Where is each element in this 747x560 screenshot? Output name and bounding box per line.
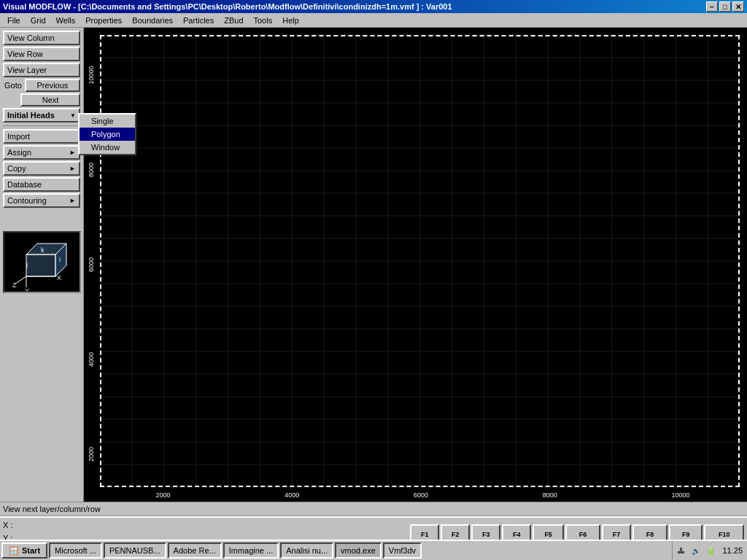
canvas-area[interactable]: // Will be drawn programmatically 10000 …: [84, 28, 747, 502]
initial-heads-button[interactable]: Initial Heads ▼: [3, 108, 80, 122]
ctx-polygon[interactable]: Polygon: [80, 128, 135, 141]
goto-label: Goto: [3, 79, 23, 91]
context-menu: Single Polygon Window: [78, 113, 136, 155]
left-panel: View Column View Row View Layer Goto Pre…: [0, 28, 84, 502]
previous-button[interactable]: Previous: [25, 79, 80, 92]
menu-particles[interactable]: Particles: [179, 15, 218, 26]
x-coord-label: X :: [3, 519, 407, 532]
border-rect: [100, 35, 740, 487]
menu-bar: File Grid Wells Properties Boundaries Pa…: [0, 13, 747, 28]
menu-zbud[interactable]: ZBud: [220, 15, 247, 26]
initial-heads-row: Initial Heads ▼: [3, 108, 80, 122]
svg-text:Z: Z: [12, 281, 17, 289]
title-bar-buttons: − □ ✕: [706, 1, 744, 12]
main-layout: View Column View Row View Layer Goto Pre…: [0, 28, 747, 502]
menu-file[interactable]: File: [3, 15, 25, 26]
menu-help[interactable]: Help: [278, 15, 303, 26]
x-label-4000: 4000: [285, 491, 299, 499]
status-text: View next layer/column/row: [3, 505, 101, 513]
network-icon: 🖧: [676, 545, 687, 556]
svg-text:Y: Y: [25, 287, 29, 291]
svg-text:j: j: [26, 261, 28, 268]
y-label-2000: 2000: [88, 447, 95, 462]
taskbar-item-pennausb[interactable]: PENNAUSB...: [104, 542, 166, 559]
svg-line-3: [15, 276, 26, 284]
y-label-8000: 8000: [88, 163, 95, 177]
separator-1: [3, 125, 80, 126]
x-label-8000: 8000: [543, 491, 557, 499]
taskbar-item-vmf3dv[interactable]: Vmf3dv: [383, 542, 422, 559]
menu-properties[interactable]: Properties: [81, 15, 126, 26]
svg-text:k: k: [41, 246, 44, 254]
view-column-button[interactable]: View Column: [3, 31, 80, 45]
y-axis: 10000 8000 6000 4000 2000: [84, 28, 98, 502]
minimize-button[interactable]: −: [706, 1, 718, 12]
menu-tools[interactable]: Tools: [249, 15, 277, 26]
goto-row: Goto Previous: [3, 79, 80, 92]
system-tray: 🖧 🔊 🔋 11.25: [672, 541, 746, 560]
y-label-10000: 10000: [88, 66, 95, 84]
dropdown-arrow-icon: ▼: [70, 112, 76, 119]
copy-button[interactable]: Copy: [3, 161, 80, 176]
start-icon: 🪟: [9, 546, 19, 556]
svg-text:X: X: [57, 274, 61, 281]
clock: 11.25: [719, 546, 746, 555]
x-label-10000: 10000: [672, 491, 690, 499]
start-button[interactable]: 🪟 Start: [1, 542, 47, 559]
close-button[interactable]: ✕: [732, 1, 744, 12]
view-row-button[interactable]: View Row: [3, 47, 80, 61]
ctx-single[interactable]: Single: [80, 114, 135, 128]
title-bar: Visual MODFLOW - [C:\Documents and Setti…: [0, 0, 747, 13]
ctx-window[interactable]: Window: [80, 141, 135, 154]
volume-icon: 🔊: [690, 545, 702, 556]
battery-icon: 🔋: [705, 545, 716, 556]
taskbar: 🪟 Start Microsoft ... PENNAUSB... Adobe …: [0, 540, 747, 560]
y-label-6000: 6000: [88, 257, 95, 272]
menu-boundaries[interactable]: Boundaries: [128, 15, 177, 26]
title-text: Visual MODFLOW - [C:\Documents and Setti…: [3, 2, 452, 11]
view-layer-button[interactable]: View Layer: [3, 63, 80, 77]
database-button[interactable]: Database: [3, 177, 80, 192]
3d-view: Z Y X j k i: [3, 231, 81, 293]
assign-button[interactable]: Assign: [3, 145, 80, 160]
taskbar-item-vmod[interactable]: vmod.exe: [335, 542, 382, 559]
y-label-4000: 4000: [88, 352, 95, 367]
taskbar-item-microsoft[interactable]: Microsoft ...: [49, 542, 102, 559]
taskbar-item-adobe[interactable]: Adobe Re...: [168, 542, 222, 559]
svg-text:i: i: [59, 256, 61, 263]
taskbar-item-immagine[interactable]: Immagine ...: [223, 542, 279, 559]
maximize-button[interactable]: □: [719, 1, 731, 12]
cube-svg: Z Y X j k i: [12, 236, 77, 291]
x-axis: 2000 4000 6000 8000 10000: [98, 489, 747, 502]
contouring-button[interactable]: Contouring: [3, 193, 80, 208]
status-text-bar: View next layer/column/row: [0, 502, 747, 516]
menu-grid[interactable]: Grid: [26, 15, 50, 26]
import-button[interactable]: Import: [3, 129, 80, 144]
next-row: Next: [3, 93, 80, 106]
svg-marker-0: [26, 254, 55, 276]
menu-wells[interactable]: Wells: [52, 15, 80, 26]
x-label-2000: 2000: [155, 491, 170, 499]
next-button[interactable]: Next: [20, 93, 80, 106]
x-label-6000: 6000: [414, 491, 428, 499]
taskbar-item-analisi[interactable]: Analisi nu...: [280, 542, 333, 559]
